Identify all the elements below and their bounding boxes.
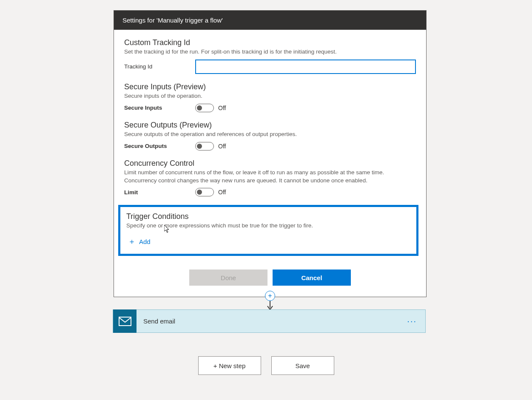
concurrency-section: Concurrency Control Limit number of conc… — [124, 159, 416, 197]
secure-inputs-label: Secure Inputs — [124, 105, 190, 111]
trigger-conditions-section: Trigger Conditions Specify one or more e… — [118, 205, 418, 256]
section-title: Secure Outputs (Preview) — [124, 121, 416, 130]
add-label: Add — [139, 238, 151, 245]
toggle-state: Off — [218, 143, 226, 150]
settings-panel: Settings for 'Manually trigger a flow' C… — [114, 10, 427, 297]
custom-tracking-section: Custom Tracking Id Set the tracking id f… — [124, 38, 416, 74]
section-description: Secure outputs of the operation and refe… — [124, 130, 416, 139]
section-title: Secure Inputs (Preview) — [124, 82, 416, 91]
new-step-button[interactable]: + New step — [198, 356, 261, 375]
section-description: Specify one or more expressions which mu… — [126, 222, 410, 230]
save-button[interactable]: Save — [271, 356, 334, 375]
section-description: Secure inputs of the operation. — [124, 92, 416, 100]
bottom-buttons: + New step Save — [0, 356, 532, 375]
secure-outputs-toggle[interactable] — [195, 142, 214, 150]
add-button[interactable]: ＋ Add — [126, 235, 152, 248]
arrow-down-icon — [266, 301, 274, 310]
toggle-state: Off — [218, 105, 226, 111]
action-menu-button[interactable]: ··· — [398, 316, 425, 326]
send-email-action[interactable]: Send email ··· — [113, 309, 426, 333]
plus-icon: ＋ — [128, 238, 136, 245]
section-title: Concurrency Control — [124, 159, 416, 168]
footer-buttons: Done Cancel — [124, 256, 416, 289]
done-button: Done — [189, 270, 267, 286]
section-title: Custom Tracking Id — [124, 38, 416, 47]
secure-outputs-label: Secure Outputs — [124, 143, 190, 149]
insert-step-button[interactable]: + — [265, 291, 275, 301]
toggle-state: Off — [218, 189, 226, 196]
tracking-id-input[interactable] — [195, 60, 416, 74]
tracking-id-label: Tracking Id — [124, 63, 190, 70]
cancel-button[interactable]: Cancel — [273, 270, 351, 286]
panel-body: Custom Tracking Id Set the tracking id f… — [114, 30, 426, 297]
secure-inputs-section: Secure Inputs (Preview) Secure inputs of… — [124, 82, 416, 112]
limit-toggle[interactable] — [195, 188, 214, 196]
limit-label: Limit — [124, 189, 190, 196]
panel-title: Settings for 'Manually trigger a flow' — [114, 11, 426, 30]
secure-outputs-section: Secure Outputs (Preview) Secure outputs … — [124, 121, 416, 150]
mail-icon — [113, 309, 137, 333]
section-description: Set the tracking id for the run. For spl… — [124, 48, 416, 56]
secure-inputs-toggle[interactable] — [195, 104, 214, 112]
section-title: Trigger Conditions — [126, 212, 410, 221]
svg-rect-1 — [119, 317, 131, 326]
section-description: Limit number of concurrent runs of the f… — [124, 169, 416, 185]
flow-connector: + — [264, 291, 276, 310]
action-label: Send email — [137, 318, 398, 325]
